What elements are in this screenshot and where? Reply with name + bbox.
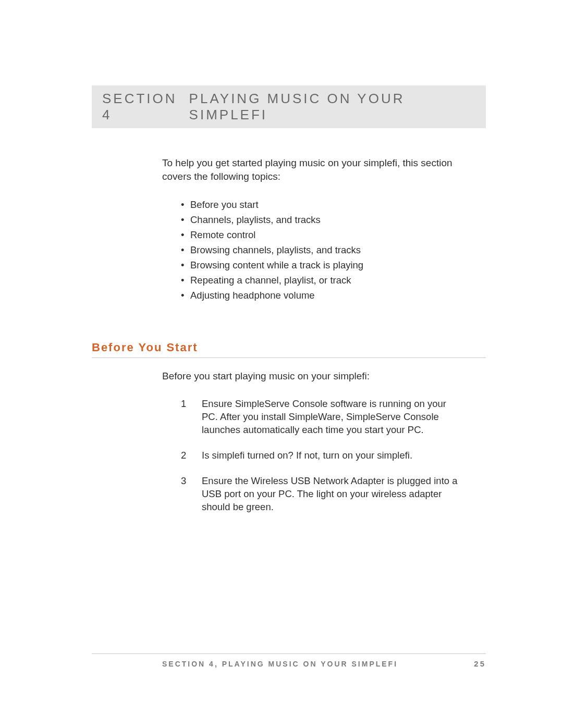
- steps-list: 1 Ensure SimpleServe Console software is…: [181, 398, 462, 514]
- subsection-title: Before You Start: [92, 341, 486, 358]
- document-page: SECTION 4 PLAYING MUSIC ON YOUR SIMPLEFI…: [0, 0, 563, 728]
- topic-item: Adjusting headphone volume: [181, 289, 457, 302]
- subsection-intro: Before you start playing music on your s…: [162, 371, 486, 382]
- step-text: Ensure the Wireless USB Network Adapter …: [202, 475, 458, 512]
- topics-list: Before you start Channels, playlists, an…: [181, 199, 457, 302]
- step-number: 1: [181, 398, 186, 411]
- topic-item: Channels, playlists, and tracks: [181, 214, 457, 227]
- topic-item: Browsing channels, playlists, and tracks: [181, 244, 457, 257]
- page-number: 25: [474, 659, 486, 668]
- section-header: SECTION 4 PLAYING MUSIC ON YOUR SIMPLEFI: [92, 85, 486, 128]
- section-number: SECTION 4: [102, 91, 189, 123]
- topic-item: Remote control: [181, 229, 457, 242]
- intro-text: To help you get started playing music on…: [162, 156, 457, 183]
- subsection-before-you-start: Before You Start Before you start playin…: [92, 341, 486, 514]
- step-text: Is simplefi turned on? If not, turn on y…: [202, 450, 412, 461]
- step-number: 3: [181, 475, 186, 488]
- section-title: PLAYING MUSIC ON YOUR SIMPLEFI: [189, 91, 478, 123]
- step-item: 2 Is simplefi turned on? If not, turn on…: [181, 449, 462, 462]
- step-text: Ensure SimpleServe Console software is r…: [202, 398, 446, 435]
- topic-item: Before you start: [181, 199, 457, 212]
- topic-item: Browsing content while a track is playin…: [181, 259, 457, 272]
- topic-item: Repeating a channel, playlist, or track: [181, 274, 457, 287]
- step-item: 3 Ensure the Wireless USB Network Adapte…: [181, 475, 462, 514]
- footer-section-label: SECTION 4, PLAYING MUSIC ON YOUR SIMPLEF…: [162, 660, 398, 668]
- page-footer: SECTION 4, PLAYING MUSIC ON YOUR SIMPLEF…: [92, 653, 486, 668]
- step-item: 1 Ensure SimpleServe Console software is…: [181, 398, 462, 437]
- step-number: 2: [181, 449, 186, 462]
- intro-block: To help you get started playing music on…: [162, 156, 457, 302]
